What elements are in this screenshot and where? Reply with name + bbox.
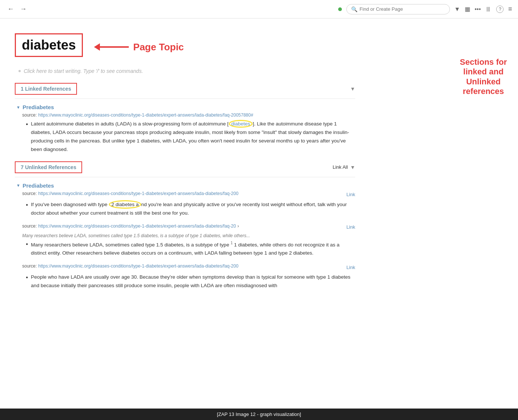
linked-content-item: • Latent autoimmune diabetes in adults (…: [26, 120, 355, 154]
link-all-controls: Link All ▼: [333, 164, 355, 170]
unlinked-source-label-3: source:: [22, 263, 37, 269]
link-button-3[interactable]: Link: [346, 265, 355, 270]
unlinked-ref-header: 7 Unlinked References Link All ▼: [15, 161, 355, 173]
unlinked-content-block-1: • If you've been diagnosed with type 2 d…: [26, 201, 355, 218]
superscript-1: 1: [231, 241, 233, 245]
linked-filter-icon[interactable]: ▼: [350, 86, 355, 92]
forward-button[interactable]: →: [18, 4, 28, 14]
unlinked-content-item-3: • People who have LADA are usually over …: [26, 273, 355, 290]
sections-annotation: Sections for linked and Unlinked referen…: [460, 57, 507, 97]
linked-prediabetes-toggle[interactable]: ▼ Prediabetes: [15, 104, 355, 110]
main-content: diabetes Page Topic Sections for linked …: [0, 19, 370, 305]
unlinked-content-item-2: • Many researchers believe LADA, sometim…: [26, 240, 355, 258]
item-bullet-2: •: [26, 241, 28, 248]
unlinked-item-text-2: Many researchers believe LADA, sometimes…: [31, 240, 355, 258]
linked-content-block: • Latent autoimmune diabetes in adults (…: [26, 120, 355, 154]
source-arrow-2: ›: [238, 224, 239, 229]
sections-annotation-text: Sections for linked and Unlinked referen…: [460, 57, 507, 97]
help-icon[interactable]: ?: [496, 6, 504, 13]
unlinked-source-label-1: source:: [22, 191, 37, 196]
sidebar-menu-icon[interactable]: ≡: [508, 5, 512, 13]
link-button-1[interactable]: Link: [346, 192, 355, 197]
unlinked-source-label-2: source:: [22, 224, 37, 229]
unlinked-item-text-1: If you've been diagnosed with type 2 dia…: [31, 201, 355, 218]
linked-item-text: Latent autoimmune diabetes in adults (LA…: [31, 120, 355, 154]
nav-arrows: ← →: [6, 4, 28, 14]
topbar-icons: ▼ ▦ ••• ⫼ ? ≡: [454, 5, 512, 13]
linked-ref-header: 1 Linked References ▼: [15, 83, 355, 95]
linked-references-title-box[interactable]: 1 Linked References: [15, 83, 77, 95]
connection-status-dot: [338, 7, 342, 11]
unlinked-source-url-2[interactable]: https://www.mayoclinic.org/diseases-cond…: [38, 224, 236, 229]
item-bullet: •: [26, 121, 28, 128]
unlinked-references-label: 7 Unlinked References: [21, 164, 76, 170]
unlinked-references-section: 7 Unlinked References Link All ▼ ▼ Predi…: [15, 161, 355, 290]
linked-references-label: 1 Linked References: [21, 86, 71, 92]
unlinked-content-block-3: • People who have LADA are usually over …: [26, 273, 355, 290]
unlinked-content-item-1: • If you've been diagnosed with type 2 d…: [26, 201, 355, 218]
placeholder-text: Click here to start writing. Type '/' to…: [24, 68, 143, 74]
page-topic-arrow-line: [99, 46, 129, 48]
filter-icon[interactable]: ▼: [454, 6, 460, 13]
unlinked-divider: [15, 177, 355, 177]
search-bar[interactable]: 🔍: [346, 4, 450, 14]
page-topic-label: Page Topic: [133, 41, 184, 53]
unlinked-source-3: source: https://www.mayoclinic.org/disea…: [22, 263, 238, 269]
unlinked-item-2-source-row: source: https://www.mayoclinic.org/disea…: [22, 224, 355, 231]
search-input[interactable]: [360, 6, 434, 12]
unlinked-preview-text-2: Many researchers believe LADA, sometimes…: [22, 233, 250, 238]
linked-source-label: source:: [22, 112, 37, 118]
unlinked-filter-icon[interactable]: ▼: [350, 164, 355, 170]
placeholder-row[interactable]: Click here to start writing. Type '/' to…: [15, 68, 355, 74]
link-all-label: Link All: [333, 164, 348, 170]
prediabetes-link[interactable]: Prediabetes: [23, 104, 54, 110]
unlinked-item-text-3: People who have LADA are usually over ag…: [31, 273, 355, 290]
link-button-2[interactable]: Link: [346, 224, 355, 230]
topbar: ← → 🔍 ▼ ▦ ••• ⫼ ? ≡: [0, 0, 518, 19]
page-title-box: diabetes: [15, 33, 83, 57]
unlinked-preview-2: Many researchers believe LADA, sometimes…: [22, 233, 355, 238]
calendar-icon[interactable]: ▦: [465, 6, 470, 13]
unlinked-prediabetes-toggle[interactable]: ▼ Prediabetes: [15, 182, 355, 189]
toggle-triangle-icon: ▼: [16, 105, 20, 110]
unlinked-source-1: source: https://www.mayoclinic.org/disea…: [22, 191, 238, 196]
more-options-icon[interactable]: •••: [475, 6, 481, 13]
unlinked-item-3-source-row: source: https://www.mayoclinic.org/disea…: [22, 263, 355, 271]
columns-icon[interactable]: ⫼: [485, 5, 492, 13]
back-button[interactable]: ←: [6, 4, 16, 14]
unlinked-references-title-box[interactable]: 7 Unlinked References: [15, 161, 82, 173]
unlinked-content-block-2: • Many researchers believe LADA, sometim…: [26, 240, 355, 258]
bullet-placeholder: [18, 70, 21, 72]
linked-source-url[interactable]: https://www.mayoclinic.org/diseases-cond…: [38, 112, 253, 118]
linked-divider: [15, 98, 355, 99]
unlinked-source-url-3[interactable]: https://www.mayoclinic.org/diseases-cond…: [38, 263, 238, 269]
unlinked-source-url-1[interactable]: https://www.mayoclinic.org/diseases-cond…: [38, 191, 238, 196]
item-bullet-1: •: [26, 202, 28, 208]
unlinked-source-2: source: https://www.mayoclinic.org/disea…: [22, 224, 239, 229]
unlinked-item-1-source-row: source: https://www.mayoclinic.org/disea…: [22, 191, 355, 198]
linked-diabetes-ref[interactable]: diabetes: [231, 121, 250, 127]
linked-references-section: 1 Linked References ▼ ▼ Prediabetes sour…: [15, 83, 355, 154]
item-bullet-3: •: [26, 274, 28, 281]
search-icon: 🔍: [351, 6, 357, 12]
linked-source-line: source: https://www.mayoclinic.org/disea…: [22, 112, 355, 118]
unlinked-toggle-triangle: ▼: [16, 183, 20, 188]
unlinked-prediabetes-link[interactable]: Prediabetes: [23, 182, 54, 189]
page-title: diabetes: [22, 37, 76, 53]
